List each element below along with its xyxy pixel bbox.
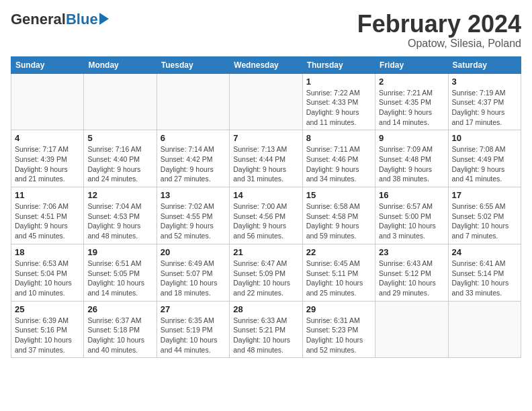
day-info: Sunrise: 7:14 AM Sunset: 4:42 PM Dayligh… [161, 144, 226, 184]
calendar-header-thursday: Thursday [302, 56, 375, 73]
day-number: 6 [161, 133, 226, 143]
day-info: Sunrise: 7:17 AM Sunset: 4:39 PM Dayligh… [15, 144, 80, 184]
calendar-cell: 29Sunrise: 6:31 AM Sunset: 5:23 PM Dayli… [302, 301, 375, 358]
day-number: 25 [15, 304, 80, 314]
calendar-cell [84, 73, 157, 130]
day-number: 27 [161, 304, 226, 314]
calendar-cell [157, 73, 229, 130]
calendar-header-saturday: Saturday [448, 56, 521, 73]
day-info: Sunrise: 7:21 AM Sunset: 4:35 PM Dayligh… [379, 88, 444, 128]
day-info: Sunrise: 7:00 AM Sunset: 4:56 PM Dayligh… [233, 201, 298, 241]
day-number: 1 [306, 77, 371, 87]
day-number: 9 [379, 133, 444, 143]
calendar-cell: 5Sunrise: 7:16 AM Sunset: 4:40 PM Daylig… [84, 130, 157, 187]
calendar-cell: 14Sunrise: 7:00 AM Sunset: 4:56 PM Dayli… [230, 187, 302, 244]
calendar-header-sunday: Sunday [11, 56, 84, 73]
day-info: Sunrise: 7:04 AM Sunset: 4:53 PM Dayligh… [87, 201, 152, 241]
day-info: Sunrise: 7:08 AM Sunset: 4:49 PM Dayligh… [452, 144, 517, 184]
day-info: Sunrise: 6:58 AM Sunset: 4:58 PM Dayligh… [306, 201, 371, 241]
calendar-cell [448, 301, 521, 358]
calendar-cell: 11Sunrise: 7:06 AM Sunset: 4:51 PM Dayli… [11, 187, 84, 244]
day-info: Sunrise: 7:16 AM Sunset: 4:40 PM Dayligh… [87, 144, 152, 184]
page-header: General Blue February 2024 Opatow, Siles… [11, 11, 521, 50]
calendar-week-4: 25Sunrise: 6:39 AM Sunset: 5:16 PM Dayli… [11, 301, 521, 358]
day-info: Sunrise: 7:09 AM Sunset: 4:48 PM Dayligh… [379, 144, 444, 184]
calendar-cell: 13Sunrise: 7:02 AM Sunset: 4:55 PM Dayli… [157, 187, 229, 244]
calendar-cell [230, 73, 302, 130]
logo: General Blue [11, 11, 109, 28]
calendar-header-tuesday: Tuesday [157, 56, 229, 73]
calendar-cell: 9Sunrise: 7:09 AM Sunset: 4:48 PM Daylig… [375, 130, 448, 187]
logo-general: General [11, 11, 66, 28]
calendar-cell: 1Sunrise: 7:22 AM Sunset: 4:33 PM Daylig… [302, 73, 375, 130]
day-number: 19 [87, 247, 152, 257]
logo-blue: Blue [66, 11, 98, 28]
location: Opatow, Silesia, Poland [357, 38, 521, 50]
calendar-cell: 12Sunrise: 7:04 AM Sunset: 4:53 PM Dayli… [84, 187, 157, 244]
day-number: 15 [306, 190, 371, 200]
calendar-cell: 8Sunrise: 7:11 AM Sunset: 4:46 PM Daylig… [302, 130, 375, 187]
calendar-cell: 24Sunrise: 6:41 AM Sunset: 5:14 PM Dayli… [448, 244, 521, 301]
calendar-cell [375, 301, 448, 358]
day-info: Sunrise: 6:57 AM Sunset: 5:00 PM Dayligh… [379, 201, 444, 241]
calendar-cell: 22Sunrise: 6:45 AM Sunset: 5:11 PM Dayli… [302, 244, 375, 301]
calendar-header-wednesday: Wednesday [230, 56, 302, 73]
day-info: Sunrise: 6:55 AM Sunset: 5:02 PM Dayligh… [452, 201, 517, 241]
day-number: 10 [452, 133, 517, 143]
day-number: 18 [15, 247, 80, 257]
logo-arrow-icon [99, 13, 109, 25]
calendar-cell: 20Sunrise: 6:49 AM Sunset: 5:07 PM Dayli… [157, 244, 229, 301]
calendar-cell: 6Sunrise: 7:14 AM Sunset: 4:42 PM Daylig… [157, 130, 229, 187]
day-number: 2 [379, 77, 444, 87]
day-number: 22 [306, 247, 371, 257]
day-info: Sunrise: 6:53 AM Sunset: 5:04 PM Dayligh… [15, 259, 80, 298]
calendar-cell: 7Sunrise: 7:13 AM Sunset: 4:44 PM Daylig… [230, 130, 302, 187]
day-info: Sunrise: 6:39 AM Sunset: 5:16 PM Dayligh… [15, 316, 80, 355]
month-year: February 2024 [357, 11, 521, 38]
day-info: Sunrise: 6:35 AM Sunset: 5:19 PM Dayligh… [161, 316, 226, 355]
calendar-week-3: 18Sunrise: 6:53 AM Sunset: 5:04 PM Dayli… [11, 244, 521, 301]
calendar-cell [11, 73, 84, 130]
day-number: 5 [87, 133, 152, 143]
day-number: 21 [233, 247, 298, 257]
day-info: Sunrise: 7:19 AM Sunset: 4:37 PM Dayligh… [452, 88, 517, 128]
day-info: Sunrise: 6:31 AM Sunset: 5:23 PM Dayligh… [306, 316, 371, 355]
calendar-cell: 28Sunrise: 6:33 AM Sunset: 5:21 PM Dayli… [230, 301, 302, 358]
calendar-cell: 15Sunrise: 6:58 AM Sunset: 4:58 PM Dayli… [302, 187, 375, 244]
day-info: Sunrise: 7:02 AM Sunset: 4:55 PM Dayligh… [161, 201, 226, 241]
calendar-cell: 3Sunrise: 7:19 AM Sunset: 4:37 PM Daylig… [448, 73, 521, 130]
calendar-cell: 21Sunrise: 6:47 AM Sunset: 5:09 PM Dayli… [230, 244, 302, 301]
day-number: 20 [161, 247, 226, 257]
day-info: Sunrise: 7:22 AM Sunset: 4:33 PM Dayligh… [306, 88, 371, 128]
calendar-cell: 17Sunrise: 6:55 AM Sunset: 5:02 PM Dayli… [448, 187, 521, 244]
day-number: 17 [452, 190, 517, 200]
day-info: Sunrise: 7:13 AM Sunset: 4:44 PM Dayligh… [233, 144, 298, 184]
day-number: 12 [87, 190, 152, 200]
calendar-header-friday: Friday [375, 56, 448, 73]
calendar-table: SundayMondayTuesdayWednesdayThursdayFrid… [11, 56, 521, 359]
title-block: February 2024 Opatow, Silesia, Poland [357, 11, 521, 50]
day-info: Sunrise: 6:33 AM Sunset: 5:21 PM Dayligh… [233, 316, 298, 355]
day-number: 24 [452, 247, 517, 257]
day-number: 7 [233, 133, 298, 143]
day-info: Sunrise: 6:43 AM Sunset: 5:12 PM Dayligh… [379, 259, 444, 298]
calendar-header-monday: Monday [84, 56, 157, 73]
calendar-cell: 25Sunrise: 6:39 AM Sunset: 5:16 PM Dayli… [11, 301, 84, 358]
day-info: Sunrise: 6:51 AM Sunset: 5:05 PM Dayligh… [87, 259, 152, 298]
calendar-week-2: 11Sunrise: 7:06 AM Sunset: 4:51 PM Dayli… [11, 187, 521, 244]
day-number: 4 [15, 133, 80, 143]
day-number: 26 [87, 304, 152, 314]
calendar-cell: 4Sunrise: 7:17 AM Sunset: 4:39 PM Daylig… [11, 130, 84, 187]
day-info: Sunrise: 6:37 AM Sunset: 5:18 PM Dayligh… [87, 316, 152, 355]
calendar-cell: 26Sunrise: 6:37 AM Sunset: 5:18 PM Dayli… [84, 301, 157, 358]
day-info: Sunrise: 6:45 AM Sunset: 5:11 PM Dayligh… [306, 259, 371, 298]
calendar-cell: 18Sunrise: 6:53 AM Sunset: 5:04 PM Dayli… [11, 244, 84, 301]
calendar-header-row: SundayMondayTuesdayWednesdayThursdayFrid… [11, 56, 521, 73]
calendar-cell: 23Sunrise: 6:43 AM Sunset: 5:12 PM Dayli… [375, 244, 448, 301]
calendar-week-0: 1Sunrise: 7:22 AM Sunset: 4:33 PM Daylig… [11, 73, 521, 130]
day-info: Sunrise: 7:06 AM Sunset: 4:51 PM Dayligh… [15, 201, 80, 241]
calendar-week-1: 4Sunrise: 7:17 AM Sunset: 4:39 PM Daylig… [11, 130, 521, 187]
day-info: Sunrise: 7:11 AM Sunset: 4:46 PM Dayligh… [306, 144, 371, 184]
calendar-cell: 19Sunrise: 6:51 AM Sunset: 5:05 PM Dayli… [84, 244, 157, 301]
day-info: Sunrise: 6:41 AM Sunset: 5:14 PM Dayligh… [452, 259, 517, 298]
